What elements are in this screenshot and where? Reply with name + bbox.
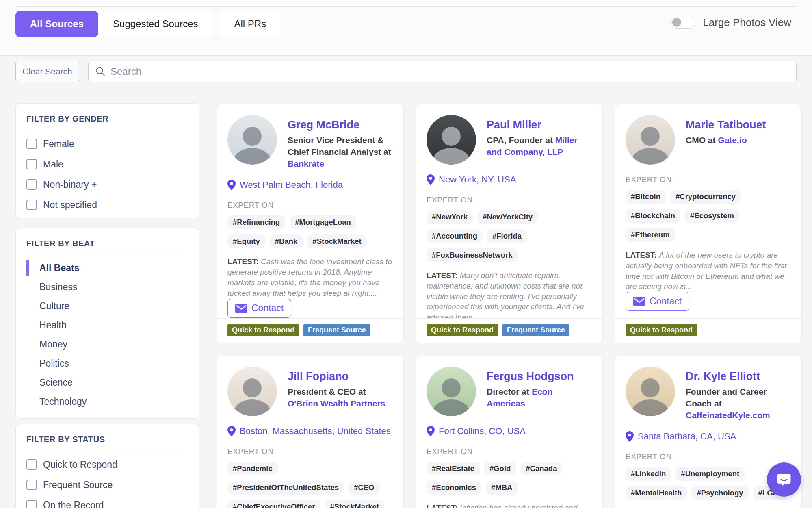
beat-item-all-beats[interactable]: All Beats (16, 258, 199, 278)
location-pin-icon (427, 426, 435, 436)
avatar-silhouette (234, 399, 271, 416)
avatar-silhouette (433, 399, 470, 416)
checkbox[interactable] (26, 500, 37, 508)
tag-pill[interactable]: #Ecosystem (685, 209, 739, 223)
avatar[interactable] (626, 367, 675, 416)
source-name-link[interactable]: Greg McBride (288, 118, 393, 131)
clear-search-button[interactable]: Clear Search (15, 61, 79, 82)
source-name-link[interactable]: Jill Fopiano (288, 370, 393, 383)
tag-pill[interactable]: #Florida (487, 229, 527, 243)
beat-item-technology[interactable]: Technology (16, 392, 199, 411)
tag-pill[interactable]: #MentalHealth (626, 486, 687, 500)
status-option-quick-to-respond[interactable]: Quick to Respond (26, 454, 199, 475)
beat-label: Culture (39, 301, 69, 312)
tag-pill[interactable]: #PresidentOfTheUnitedStates (227, 481, 344, 495)
tag-pill[interactable]: #LinkedIn (626, 467, 671, 481)
tag-pill[interactable]: #Accounting (427, 229, 483, 243)
beat-item-business[interactable]: Business (16, 278, 199, 297)
checkbox[interactable] (26, 159, 37, 169)
org-link[interactable]: Bankrate (288, 159, 324, 168)
selected-indicator (26, 260, 29, 276)
source-card: Jill Fopiano President & CEO at O'Brien … (217, 356, 404, 508)
beat-item-politics[interactable]: Politics (16, 354, 199, 373)
tag-pill[interactable]: #MortgageLoan (290, 215, 356, 229)
checkbox[interactable] (26, 139, 37, 149)
contact-button[interactable]: Contact (626, 292, 689, 311)
org-link[interactable]: Gate.io (718, 135, 747, 145)
location-link[interactable]: West Palm Beach, Florida (227, 180, 393, 190)
avatar[interactable] (227, 367, 277, 416)
tag-pill[interactable]: #ChiefExecutiveOfficer (227, 500, 320, 508)
tab-all-prs[interactable]: All PRs (220, 11, 281, 37)
tag-pill[interactable]: #Refinancing (227, 215, 285, 229)
beat-label: Health (39, 320, 66, 331)
org-link[interactable]: O'Brien Wealth Partners (288, 399, 385, 408)
avatar[interactable] (427, 115, 476, 165)
search-input[interactable] (110, 66, 790, 77)
gender-option-not-specified[interactable]: Not specified (26, 195, 199, 215)
location-text: New York, NY, USA (439, 174, 516, 185)
expert-on-label: EXPERT ON (227, 201, 393, 210)
org-link[interactable]: CaffeinatedKyle.com (686, 410, 770, 420)
status-option-frequent-source[interactable]: Frequent Source (26, 475, 199, 495)
location-link[interactable]: New York, NY, USA (427, 174, 592, 185)
tab-suggested-sources[interactable]: Suggested Sources (98, 11, 212, 37)
checkbox[interactable] (26, 480, 37, 490)
checkbox[interactable] (26, 200, 37, 210)
tab-all-sources[interactable]: All Sources (15, 11, 98, 37)
gender-option-nonbinary[interactable]: Non-binary + (26, 174, 199, 195)
source-name-link[interactable]: Paul Miller (487, 118, 592, 131)
tag-pill[interactable]: #RealEstate (427, 462, 480, 475)
tag-pill[interactable]: #Bitcoin (626, 190, 666, 204)
contact-button[interactable]: Contact (227, 299, 291, 318)
checkbox[interactable] (26, 459, 37, 470)
filter-by-beat-title: FILTER BY BEAT (26, 239, 188, 248)
tag-pill[interactable]: #NewYork (427, 210, 473, 224)
chat-launcher-button[interactable] (767, 462, 801, 497)
tag-pill[interactable]: #StockMarket (307, 234, 366, 248)
tag-pill[interactable]: #Psychology (691, 486, 748, 500)
large-photos-toggle[interactable] (670, 17, 695, 29)
source-job-title: CMO at Gate.io (686, 135, 766, 146)
status-option-on-the-record[interactable]: On the Record (26, 495, 199, 508)
source-name-link[interactable]: Dr. Kyle Elliott (686, 370, 791, 383)
tag-pill[interactable]: #Ethereum (626, 228, 675, 242)
tag-pill[interactable]: #Pandemic (227, 462, 278, 475)
location-link[interactable]: Boston, Massachusetts, United States (227, 426, 393, 436)
tag-pill[interactable]: #MBA (486, 481, 518, 495)
beat-item-science[interactable]: Science (16, 373, 199, 392)
gender-option-male[interactable]: Male (26, 154, 199, 174)
tag-pill[interactable]: #Unemployment (676, 467, 745, 481)
tag-pill[interactable]: #Economics (427, 481, 481, 495)
tag-pill[interactable]: #Canada (520, 462, 562, 475)
beat-item-culture[interactable]: Culture (16, 297, 199, 316)
gender-option-female[interactable]: Female (26, 134, 199, 154)
tag-pill[interactable]: #CEO (349, 481, 379, 495)
avatar[interactable] (227, 115, 277, 165)
card-footer: Quick to Respond Frequent Source (416, 318, 602, 343)
tag-pill[interactable]: #NewYorkCity (477, 210, 538, 224)
tag-pill[interactable]: #Equity (227, 234, 265, 248)
beat-item-health[interactable]: Health (16, 316, 199, 335)
tag-pill[interactable]: #Blockchain (626, 209, 680, 223)
beat-item-money[interactable]: Money (16, 335, 199, 354)
avatar[interactable] (427, 367, 476, 416)
title-text: Founder and Career Coach at (686, 387, 767, 408)
location-link[interactable]: Santa Barbara, CA, USA (626, 431, 791, 442)
divider (26, 131, 188, 131)
avatar[interactable] (626, 115, 675, 165)
checkbox[interactable] (26, 179, 37, 190)
tag-pill[interactable]: #FoxBusinessNetwork (427, 248, 518, 262)
title-text: CMO at (686, 135, 718, 145)
tag-pill[interactable]: #Bank (270, 234, 303, 248)
tag-pill[interactable]: #StockMarket (325, 500, 384, 508)
latest-label: LATEST: (626, 251, 657, 259)
tag-pill[interactable]: #Cryptocurrency (670, 190, 741, 204)
tag-pill[interactable]: #Gold (484, 462, 516, 475)
top-bar: All Sources Suggested Sources All PRs La… (0, 0, 812, 56)
source-name-link[interactable]: Fergus Hodgson (487, 370, 592, 383)
expertise-tags: #RealEstate #Gold #Canada #Economics #MB… (427, 462, 592, 495)
location-link[interactable]: Fort Collins, CO, USA (427, 426, 592, 436)
source-job-title: Senior Vice President & Chief Financial … (288, 135, 393, 170)
source-name-link[interactable]: Marie Tatibouet (686, 118, 766, 131)
